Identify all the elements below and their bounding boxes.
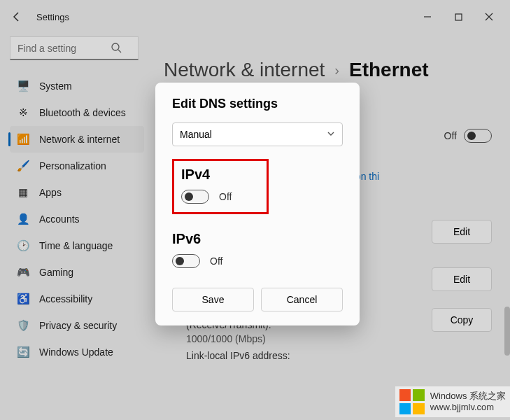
cancel-button[interactable]: Cancel bbox=[261, 288, 343, 312]
dns-mode-value: Manual bbox=[180, 129, 212, 140]
ipv4-heading: IPv4 bbox=[181, 167, 232, 183]
ipv4-state-label: Off bbox=[219, 191, 232, 202]
ipv4-highlight: IPv4 Off bbox=[172, 159, 269, 214]
chevron-down-icon bbox=[327, 129, 335, 140]
save-button[interactable]: Save bbox=[172, 288, 254, 312]
watermark: Windows 系统之家 www.bjjmlv.com bbox=[395, 386, 510, 417]
dns-mode-dropdown[interactable]: Manual bbox=[172, 122, 343, 146]
watermark-line1: Windows 系统之家 bbox=[430, 391, 506, 402]
ipv4-toggle[interactable] bbox=[181, 190, 209, 204]
ipv6-state-label: Off bbox=[210, 255, 222, 267]
modal-title: Edit DNS settings bbox=[172, 97, 343, 111]
ipv6-heading: IPv6 bbox=[172, 231, 343, 247]
windows-logo-icon bbox=[399, 389, 425, 414]
watermark-line2: www.bjjmlv.com bbox=[430, 402, 506, 413]
ipv6-toggle[interactable] bbox=[172, 254, 200, 268]
edit-dns-modal: Edit DNS settings Manual IPv4 Off IPv6 O… bbox=[155, 83, 360, 326]
